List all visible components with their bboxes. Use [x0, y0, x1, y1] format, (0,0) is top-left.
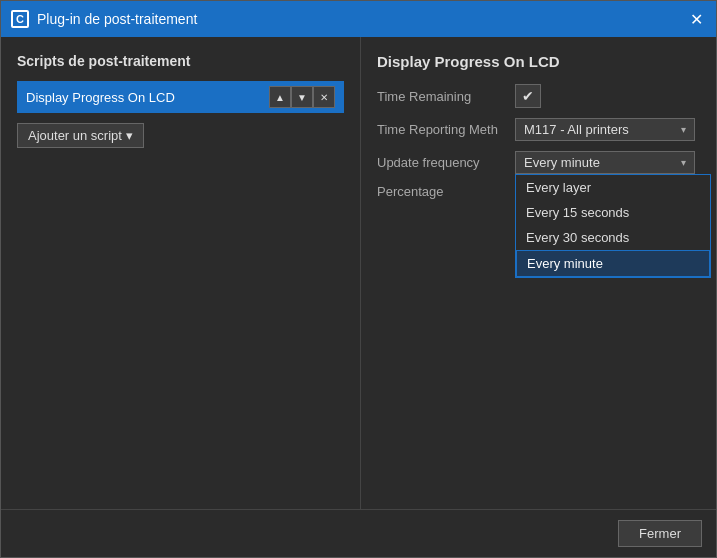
time-remaining-check[interactable]: ✔	[515, 84, 541, 108]
percentage-label: Percentage	[377, 184, 507, 199]
fermer-button[interactable]: Fermer	[618, 520, 702, 547]
app-icon: C	[11, 10, 29, 28]
left-panel-title: Scripts de post-traitement	[17, 53, 344, 69]
move-up-button[interactable]: ▲	[269, 86, 291, 108]
time-remaining-row: Time Remaining ✔	[377, 84, 700, 108]
add-script-button[interactable]: Ajouter un script ▾	[17, 123, 144, 148]
time-reporting-select[interactable]: M117 - All printers ▾	[515, 118, 695, 141]
dialog-title: Plug-in de post-traitement	[37, 11, 678, 27]
update-frequency-row: Update frequency Every minute ▾ Every la…	[377, 151, 700, 174]
dialog-footer: Fermer	[1, 509, 716, 557]
time-reporting-arrow: ▾	[681, 124, 686, 135]
left-panel: Scripts de post-traitement Display Progr…	[1, 37, 361, 509]
script-item-label: Display Progress On LCD	[26, 90, 265, 105]
update-frequency-selected: Every minute	[524, 155, 600, 170]
time-remaining-label: Time Remaining	[377, 89, 507, 104]
remove-script-button[interactable]: ✕	[313, 86, 335, 108]
script-list-item[interactable]: Display Progress On LCD ▲ ▼ ✕	[17, 81, 344, 113]
list-controls: ▲ ▼ ✕	[269, 86, 335, 108]
move-down-button[interactable]: ▼	[291, 86, 313, 108]
dropdown-option-every-minute[interactable]: Every minute	[516, 250, 710, 277]
dropdown-option-every-30s[interactable]: Every 30 seconds	[516, 225, 710, 250]
dialog-container: C Plug-in de post-traitement ✕ Scripts d…	[0, 0, 717, 558]
dropdown-option-every-15s[interactable]: Every 15 seconds	[516, 200, 710, 225]
update-frequency-dropdown-list: Every layer Every 15 seconds Every 30 se…	[515, 174, 711, 278]
title-bar: C Plug-in de post-traitement ✕	[1, 1, 716, 37]
add-script-label: Ajouter un script	[28, 128, 122, 143]
right-panel: Display Progress On LCD Time Remaining ✔…	[361, 37, 716, 509]
update-frequency-arrow: ▾	[681, 157, 686, 168]
right-panel-title: Display Progress On LCD	[377, 53, 700, 70]
dropdown-option-every-layer[interactable]: Every layer	[516, 175, 710, 200]
update-frequency-label: Update frequency	[377, 155, 507, 170]
time-reporting-selected: M117 - All printers	[524, 122, 629, 137]
time-reporting-row: Time Reporting Meth M117 - All printers …	[377, 118, 700, 141]
add-script-arrow: ▾	[126, 128, 133, 143]
dialog-body: Scripts de post-traitement Display Progr…	[1, 37, 716, 509]
close-button[interactable]: ✕	[686, 9, 706, 29]
update-frequency-dropdown-container: Every minute ▾ Every layer Every 15 seco…	[515, 151, 695, 174]
update-frequency-select[interactable]: Every minute ▾	[515, 151, 695, 174]
time-reporting-label: Time Reporting Meth	[377, 122, 507, 137]
